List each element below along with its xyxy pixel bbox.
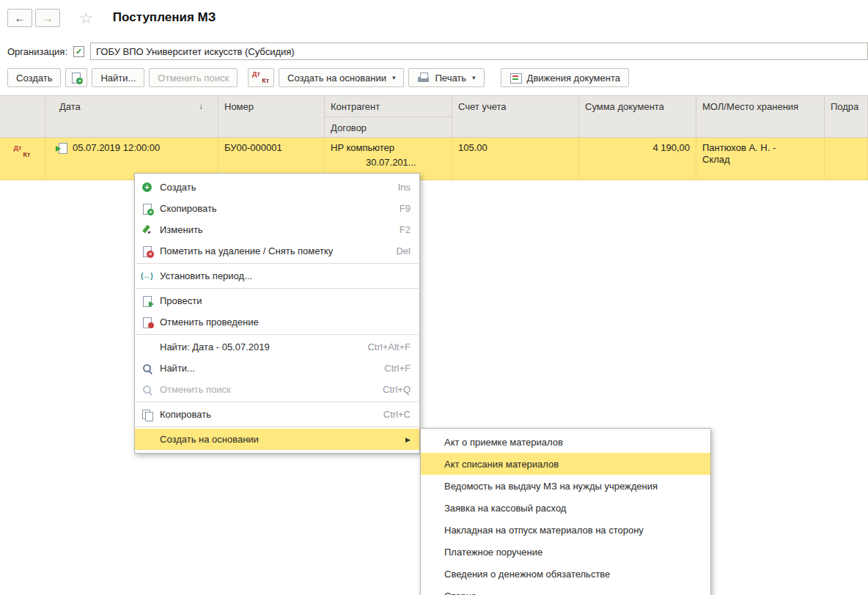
- submenu-item-cash-request[interactable]: Заявка на кассовый расход: [421, 497, 710, 519]
- menu-item-unpost[interactable]: Отменить проведение: [135, 311, 419, 333]
- menu-item-label: Создать на основании: [160, 434, 259, 445]
- find-button[interactable]: Найти...: [92, 68, 144, 87]
- top-bar: ← → ☆ Поступления МЗ: [0, 0, 868, 35]
- menu-item-shortcut: Del: [396, 245, 411, 256]
- menu-item-label: Провести: [160, 295, 202, 306]
- column-header-number[interactable]: Номер: [218, 96, 325, 137]
- submenu-item-vedomost[interactable]: Ведомость на выдачу МЗ на нужды учрежден…: [421, 475, 710, 497]
- menu-item-copy-clipboard[interactable]: Копировать Ctrl+C: [135, 404, 419, 425]
- menu-separator: [136, 288, 419, 289]
- printer-icon: [417, 72, 430, 84]
- submenu-item-act-writeoff[interactable]: Акт списания материалов: [421, 453, 710, 475]
- column-header-mol[interactable]: МОЛ/Место хранения: [696, 96, 825, 137]
- menu-item-mark-deletion[interactable]: Пометить на удаление / Снять пометку Del: [135, 240, 419, 262]
- back-button[interactable]: ←: [7, 9, 32, 27]
- row-status-cell: ДтКт: [0, 138, 45, 180]
- menu-item-shortcut: F9: [400, 203, 411, 214]
- column-header-division-label: Подра: [831, 101, 858, 112]
- organization-field[interactable]: ГОБУ ВПО Университет искусств (Субсидия): [90, 42, 868, 60]
- post-document-icon: [141, 295, 154, 307]
- column-header-amount[interactable]: Сумма документа: [579, 96, 696, 137]
- submenu-item-storno[interactable]: Сторно...: [421, 585, 710, 595]
- column-header-counterparty-contract: Контрагент Договор: [325, 96, 452, 137]
- delete-mark-icon: [141, 245, 154, 257]
- column-header-division[interactable]: Подра: [825, 96, 868, 137]
- organization-filter-checkbox[interactable]: ✓: [73, 46, 84, 57]
- menu-item-post[interactable]: Провести: [135, 290, 419, 311]
- organization-value: ГОБУ ВПО Университет искусств (Субсидия): [96, 46, 295, 57]
- row-contract-value: 30.07.201...: [366, 157, 446, 168]
- table-header: Дата ↓ Номер Контрагент Договор Счет уче…: [0, 95, 868, 138]
- menu-separator: [136, 426, 419, 427]
- submenu-item-label: Накладная на отпуск материалов на сторон…: [444, 525, 644, 536]
- empty-icon: [141, 434, 154, 446]
- submenu-item-act-receipt[interactable]: Акт о приемке материалов: [421, 431, 710, 453]
- menu-item-shortcut: F2: [400, 224, 411, 235]
- favorite-star-icon[interactable]: ☆: [79, 10, 93, 26]
- menu-item-shortcut: Ctrl+C: [383, 409, 411, 420]
- app-window: ← → ☆ Поступления МЗ Организация: ✓ ГОБУ…: [0, 0, 868, 595]
- create-based-on-button[interactable]: Создать на основании ▾: [279, 68, 404, 87]
- column-header-date[interactable]: Дата ↓: [45, 96, 218, 137]
- submenu-item-payment-order[interactable]: Платежное поручение: [421, 541, 710, 563]
- submenu-item-label: Ведомость на выдачу МЗ на нужды учрежден…: [444, 481, 658, 492]
- column-header-amount-label: Сумма документа: [585, 101, 664, 112]
- list-toolbar: Создать Найти... Отменить поиск ДтКт Соз…: [0, 67, 868, 88]
- submenu-item-label: Сторно...: [444, 591, 485, 595]
- menu-item-shortcut: Ins: [398, 182, 411, 193]
- submenu-item-label: Акт о приемке материалов: [444, 437, 563, 448]
- column-header-counterparty[interactable]: Контрагент: [325, 96, 452, 117]
- menu-item-label: Найти: Дата - 05.07.2019: [160, 341, 270, 352]
- submenu-item-label: Акт списания материалов: [444, 459, 559, 470]
- dtkt-posted-icon: ДтКт: [14, 144, 32, 159]
- back-icon: ←: [15, 12, 26, 24]
- column-header-date-label: Дата: [59, 101, 81, 112]
- submenu-item-waybill[interactable]: Накладная на отпуск материалов на сторон…: [421, 519, 710, 541]
- menu-item-find-by-date[interactable]: Найти: Дата - 05.07.2019 Ctrl+Alt+F: [135, 336, 419, 358]
- forward-button[interactable]: →: [35, 9, 60, 27]
- menu-item-label: Установить период...: [160, 270, 252, 281]
- search-icon: [141, 363, 154, 374]
- dtkt-postings-button[interactable]: ДтКт: [248, 68, 274, 87]
- row-account-cell: 105.00: [452, 138, 579, 180]
- row-division-cell: [825, 138, 868, 180]
- menu-item-copy-new[interactable]: Скопировать F9: [135, 198, 419, 219]
- column-header-mol-label: МОЛ/Место хранения: [702, 101, 798, 112]
- row-counterparty-value: HP компьютер: [331, 142, 446, 153]
- cancel-search-label: Отменить поиск: [158, 73, 229, 84]
- menu-item-edit[interactable]: Изменить F2: [135, 219, 419, 240]
- column-header-number-label: Номер: [224, 101, 254, 112]
- table-row[interactable]: ДтКт 05.07.2019 12:00:00 БУ00-000001 HP …: [0, 138, 868, 180]
- pencil-icon: [141, 224, 154, 236]
- create-icon: [141, 182, 154, 193]
- print-button[interactable]: Печать ▾: [408, 68, 484, 87]
- copy-document-icon: [70, 72, 83, 84]
- create-based-on-submenu: Акт о приемке материалов Акт списания ма…: [420, 428, 711, 595]
- menu-item-create-based-on[interactable]: Создать на основании ▶: [135, 429, 419, 450]
- column-header-contract[interactable]: Договор: [325, 117, 452, 137]
- empty-icon: [141, 341, 154, 353]
- row-amount-cell: 4 190,00: [579, 138, 696, 180]
- submenu-arrow-icon: ▶: [405, 436, 411, 443]
- menu-separator: [136, 263, 419, 264]
- menu-item-shortcut: Ctrl+F: [384, 363, 411, 374]
- column-header-account[interactable]: Счет учета: [452, 96, 579, 137]
- dtkt-icon: ДтКт: [252, 70, 270, 85]
- document-icon: [56, 143, 67, 154]
- menu-item-label: Изменить: [160, 224, 203, 235]
- menu-item-create[interactable]: Создать Ins: [135, 177, 419, 198]
- menu-item-find[interactable]: Найти... Ctrl+F: [135, 358, 419, 379]
- document-movements-label: Движения документа: [527, 73, 620, 84]
- page-title: Поступления МЗ: [113, 10, 216, 25]
- submenu-item-monetary-obligation[interactable]: Сведения о денежном обязательстве: [421, 563, 710, 585]
- create-button[interactable]: Создать: [7, 68, 61, 87]
- menu-item-cancel-search: Отменить поиск Ctrl+Q: [135, 379, 419, 400]
- menu-item-set-period[interactable]: (↔) Установить период...: [135, 265, 419, 287]
- create-by-copy-button[interactable]: [65, 68, 87, 87]
- document-movements-icon: [510, 72, 523, 84]
- chevron-down-icon: ▾: [392, 74, 396, 81]
- unpost-document-icon: [141, 317, 154, 328]
- menu-separator: [136, 334, 419, 335]
- document-movements-button[interactable]: Движения документа: [501, 68, 629, 87]
- submenu-item-label: Платежное поручение: [444, 547, 542, 558]
